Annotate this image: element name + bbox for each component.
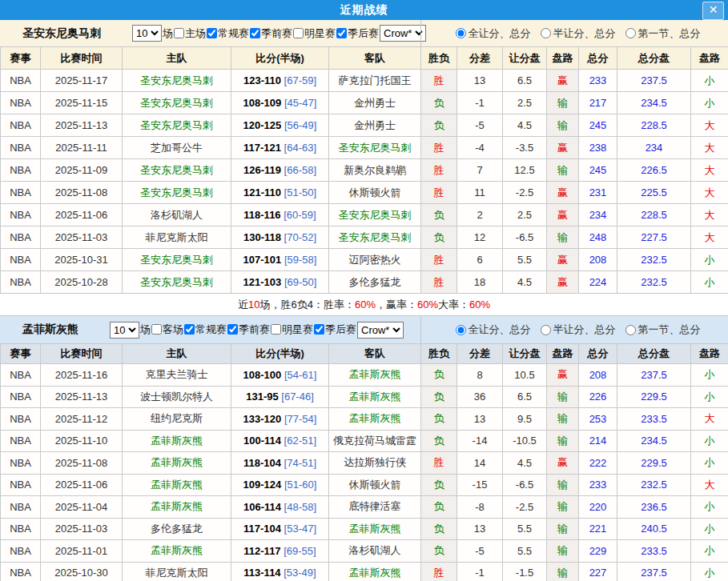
total-line-cell: 237.5 xyxy=(617,70,691,92)
handicap-cell: 6.5 xyxy=(503,386,547,408)
result-cell: 负 xyxy=(421,226,457,249)
score-cell: 117-104 [53-47] xyxy=(231,518,329,540)
handicap-cell: -6.5 xyxy=(503,226,547,249)
final-score: 113-114 xyxy=(243,567,280,579)
filter-checkbox-0[interactable] xyxy=(151,324,162,335)
table-row: NBA2025-11-03菲尼克斯太阳130-118 [70-52]圣安东尼奥马… xyxy=(1,226,728,249)
score-cell: 130-118 [70-52] xyxy=(231,226,329,249)
bookmaker-select[interactable]: Crow* xyxy=(357,322,404,339)
handicap-cell: 5.5 xyxy=(503,518,547,540)
column-header-3: 比分(半场) xyxy=(231,344,329,364)
filter-checkbox-4[interactable] xyxy=(314,324,324,335)
ou-result-cell: 小 xyxy=(691,92,728,114)
final-score: 120-125 xyxy=(243,119,282,131)
total-cell: 233 xyxy=(579,70,617,92)
score-cell: 108-100 [54-61] xyxy=(231,364,329,387)
table-row: NBA2025-11-03多伦多猛龙117-104 [53-47]孟菲斯灰熊负1… xyxy=(1,518,728,540)
filter-checkbox-2[interactable] xyxy=(227,324,238,335)
final-score: 121-110 xyxy=(243,186,281,198)
column-header-8: 盘路 xyxy=(547,47,579,70)
table-row: NBA2025-11-06洛杉矶湖人118-116 [60-59]圣安东尼奥马刺… xyxy=(1,204,728,226)
odds-mode-label: 第一节、总分 xyxy=(638,26,701,41)
ou-result-cell: 大 xyxy=(691,137,728,159)
date-cell: 2025-10-31 xyxy=(41,249,123,271)
filter-checkbox-1[interactable] xyxy=(207,28,217,38)
games-count-select[interactable]: 10 xyxy=(132,25,162,42)
close-icon[interactable]: ✕ xyxy=(702,2,724,20)
result-cell: 胜 xyxy=(421,452,457,475)
odds-mode-radio-2[interactable] xyxy=(625,325,636,335)
score-cell: 113-114 [53-49] xyxy=(231,562,329,581)
filter-checkbox-4[interactable] xyxy=(336,28,347,38)
filter-checkbox-2[interactable] xyxy=(250,28,260,38)
odds-mode-radio-0[interactable] xyxy=(456,28,466,38)
half-score: [51-50] xyxy=(281,186,316,198)
home-team-cell: 圣安东尼奥马刺 xyxy=(123,182,231,204)
filter-checkbox-1[interactable] xyxy=(184,324,195,335)
total-line-cell: 237.5 xyxy=(617,562,691,581)
diff-cell: 8 xyxy=(457,364,503,387)
filter-checkbox-0[interactable] xyxy=(174,28,184,38)
diff-cell: -5 xyxy=(457,540,503,563)
bookmaker-select[interactable]: Crow* xyxy=(380,25,426,42)
total-line-cell: 232.5 xyxy=(617,249,691,271)
total-cell: 238 xyxy=(579,137,617,159)
result-cell: 负 xyxy=(421,364,457,387)
summary-text: 60% xyxy=(469,299,490,311)
handicap-cell: -2.5 xyxy=(503,182,547,204)
filter-checkbox-3[interactable] xyxy=(271,324,281,335)
handicap-result-cell: 输 xyxy=(547,518,579,540)
table-row: NBA2025-11-04孟菲斯灰熊106-114 [48-58]底特律活塞负-… xyxy=(1,496,728,519)
total-line-cell: 236.5 xyxy=(617,496,691,519)
league-cell: NBA xyxy=(1,159,41,182)
filter-checkbox-label: 明星赛 xyxy=(304,27,336,39)
score-cell: 109-124 [51-60] xyxy=(231,474,329,496)
date-cell: 2025-11-01 xyxy=(41,540,123,563)
odds-mode-radio-1[interactable] xyxy=(541,28,551,38)
table-row: NBA2025-10-28圣安东尼奥马刺121-103 [69-50]多伦多猛龙… xyxy=(1,271,728,294)
odds-mode-radio-1[interactable] xyxy=(541,325,551,335)
handicap-result-cell: 输 xyxy=(547,226,579,249)
league-cell: NBA xyxy=(1,364,41,387)
odds-mode-label: 第一节、总分 xyxy=(638,323,701,337)
league-cell: NBA xyxy=(1,540,41,563)
total-line-cell: 234.5 xyxy=(617,92,691,114)
filter-checkbox-label: 明星赛 xyxy=(282,323,313,335)
filter-checkbox-3[interactable] xyxy=(293,28,304,38)
diff-cell: 13 xyxy=(457,518,503,540)
result-cell: 胜 xyxy=(421,182,457,204)
away-team-cell: 圣安东尼奥马刺 xyxy=(329,226,421,249)
score-cell: 106-114 [48-58] xyxy=(231,496,329,519)
team-name: 圣安东尼奥马刺 xyxy=(22,26,101,41)
final-score: 109-124 xyxy=(243,479,282,491)
filter-checkbox-label: 常规赛 xyxy=(195,323,227,335)
odds-mode-radio-0[interactable] xyxy=(456,325,466,335)
home-team-cell: 孟菲斯灰熊 xyxy=(123,540,231,563)
total-line-cell: 234.5 xyxy=(617,430,691,452)
total-cell: 234 xyxy=(579,204,617,226)
away-team-cell: 孟菲斯灰熊 xyxy=(329,364,421,387)
away-team-cell: 迈阿密热火 xyxy=(329,249,421,271)
odds-mode-radio-2[interactable] xyxy=(625,28,636,38)
games-count-select[interactable]: 10 xyxy=(110,322,139,339)
home-team-cell: 圣安东尼奥马刺 xyxy=(123,159,231,182)
odds-mode-option: 半让分、总分 xyxy=(534,323,616,337)
ou-result-cell: 小 xyxy=(691,386,728,408)
date-cell: 2025-11-08 xyxy=(41,452,123,475)
result-cell: 胜 xyxy=(421,271,457,294)
away-team-cell: 萨克拉门托国王 xyxy=(329,70,421,92)
total-line-cell: 226.5 xyxy=(617,159,691,182)
diff-cell: 36 xyxy=(457,386,503,408)
ou-result-cell: 小 xyxy=(691,364,728,387)
handicap-result-cell: 赢 xyxy=(547,137,579,159)
ou-result-cell: 小 xyxy=(691,540,728,563)
result-cell: 负 xyxy=(421,540,457,563)
half-score: [53-49] xyxy=(281,567,316,579)
away-team-cell: 达拉斯独行侠 xyxy=(329,452,421,475)
dialog-titlebar: 近期战绩 ✕ xyxy=(0,0,728,20)
league-cell: NBA xyxy=(1,408,41,431)
total-cell: 220 xyxy=(579,496,617,519)
handicap-cell: 4.5 xyxy=(503,271,547,294)
handicap-result-cell: 输 xyxy=(547,92,579,114)
total-line-cell: 233.5 xyxy=(617,540,691,563)
